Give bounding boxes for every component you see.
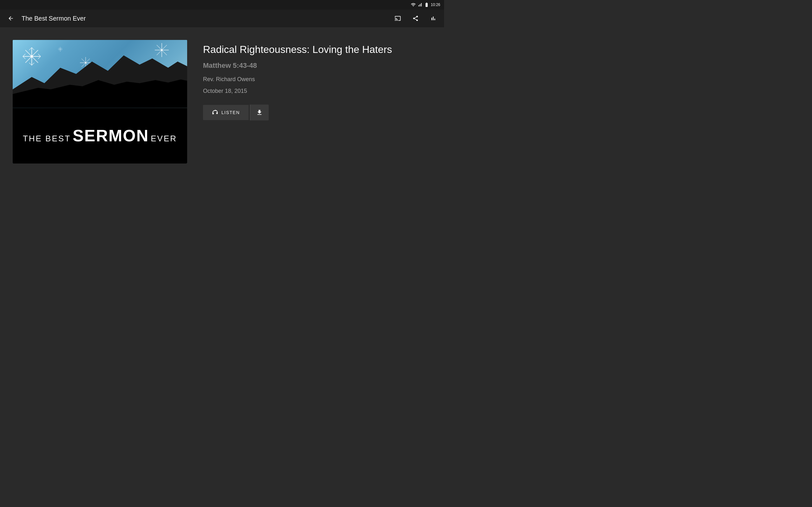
bar-chart-icon xyxy=(430,15,437,21)
headphones-icon xyxy=(212,109,218,116)
status-time: 10:26 xyxy=(431,3,440,7)
page-title: The Best Sermon Ever xyxy=(21,15,387,22)
wifi-icon xyxy=(411,2,416,7)
cast-icon xyxy=(395,15,401,21)
cast-button[interactable] xyxy=(392,13,403,24)
status-bar: 10:26 xyxy=(0,0,444,9)
sermon-actions: LISTEN xyxy=(203,105,432,120)
download-icon xyxy=(256,109,263,116)
sermon-speaker: Rev. Richard Owens xyxy=(203,76,432,83)
nav-actions xyxy=(392,13,439,24)
artwork-text-sermon: SERMON xyxy=(72,126,149,145)
artwork-text-the-best: THE BEST xyxy=(23,134,71,144)
battery-icon xyxy=(424,2,429,7)
main-content: THE BEST SERMON EVER Radical Righteousne… xyxy=(0,27,444,253)
share-icon xyxy=(412,15,419,21)
back-button[interactable] xyxy=(5,13,16,24)
artwork-text-ever: EVER xyxy=(151,134,177,144)
status-icons: 10:26 xyxy=(411,2,440,7)
share-button[interactable] xyxy=(410,13,421,24)
download-button[interactable] xyxy=(250,105,269,120)
sermon-title: Radical Righteousness: Loving the Haters xyxy=(203,43,432,56)
sermon-info-panel: Radical Righteousness: Loving the Haters… xyxy=(203,40,432,120)
sermon-artwork: THE BEST SERMON EVER xyxy=(13,40,187,164)
back-arrow-icon xyxy=(8,15,14,21)
listen-button[interactable]: LISTEN xyxy=(203,105,249,120)
sermon-date: October 18, 2015 xyxy=(203,88,432,95)
artwork-background: THE BEST SERMON EVER xyxy=(13,40,187,164)
listen-label: LISTEN xyxy=(221,110,240,115)
mountain-silhouette xyxy=(13,40,187,108)
artwork-text-band: THE BEST SERMON EVER xyxy=(13,108,187,164)
sermon-scripture: Matthew 5:43-48 xyxy=(203,61,432,70)
stats-button[interactable] xyxy=(427,13,439,24)
signal-icon xyxy=(417,2,422,7)
nav-bar: The Best Sermon Ever xyxy=(0,9,444,27)
